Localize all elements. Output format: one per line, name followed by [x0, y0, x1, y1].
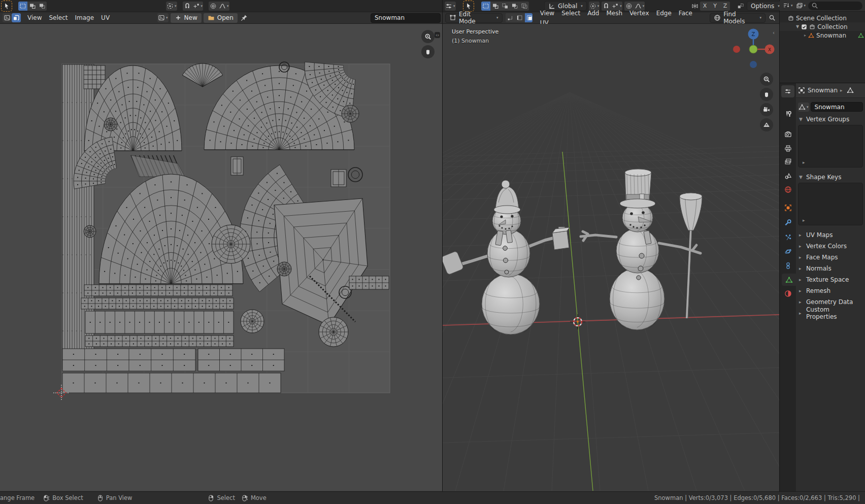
gizmo-x-neg-axis[interactable] — [733, 46, 740, 53]
mirror-axis-y-button[interactable]: Y — [710, 2, 720, 11]
section-remesh[interactable]: ▸Remesh — [796, 285, 865, 296]
viewport-menu-face[interactable]: Face — [675, 8, 696, 18]
uv-menu-select[interactable]: Select — [45, 13, 71, 23]
viewport-menu-view[interactable]: View — [537, 8, 558, 18]
uv-menu-image[interactable]: Image — [72, 13, 98, 23]
tab-particles[interactable] — [781, 231, 794, 243]
find-models-dropdown[interactable]: Find Models▾ — [710, 13, 766, 23]
tab-view-layer[interactable] — [781, 155, 794, 167]
browse-mesh-data-button[interactable]: ▾ — [798, 103, 809, 112]
viewport-pan-gizmo[interactable] — [760, 88, 773, 101]
options-dropdown[interactable]: Options▾ — [747, 1, 784, 11]
tab-output[interactable] — [781, 142, 794, 154]
pin-image-button[interactable] — [240, 13, 249, 22]
status-bar: ange FrameBox SelectPan ViewSelectMove S… — [0, 491, 865, 504]
select-new-button[interactable] — [491, 2, 500, 11]
snap-mirror-button[interactable] — [736, 2, 745, 11]
face-select-mode-button[interactable] — [525, 13, 533, 22]
vertex-groups-list[interactable]: ▸ — [798, 125, 863, 167]
select-box-button[interactable] — [481, 2, 490, 11]
list-expand-icon[interactable]: ▸ — [803, 160, 805, 165]
viewport-menu-edge[interactable]: Edge — [653, 8, 675, 18]
open-image-button[interactable]: Open — [204, 13, 238, 23]
section-custom-properties[interactable]: ▸Custom Properties — [796, 308, 865, 319]
section-vertex-groups[interactable]: ▼Vertex Groups — [796, 114, 865, 125]
uv-proportional-falloff-button[interactable]: ▾ — [218, 2, 229, 11]
tab-scene[interactable] — [781, 170, 794, 182]
viewport-menu-add[interactable]: Add — [584, 8, 603, 18]
outliner-collapse-arrow[interactable]: ‹ — [773, 30, 775, 36]
section-normals[interactable]: ▸Normals — [796, 263, 865, 274]
new-image-button[interactable]: New — [171, 13, 202, 23]
viewport-active-tool-tweak-button[interactable] — [464, 2, 473, 11]
uv-select-extend-button[interactable] — [28, 2, 37, 11]
tab-object[interactable] — [781, 201, 794, 214]
viewport-canvas-area[interactable]: User Perspective (1) Snowman ZX ‹ — [443, 24, 779, 491]
mesh-name-field[interactable]: Snowman — [811, 102, 863, 112]
uv-zoom-gizmo[interactable] — [421, 30, 435, 43]
disclosure-triangle-icon[interactable]: ▼ — [796, 24, 799, 29]
viewport-menu-mesh[interactable]: Mesh — [603, 8, 626, 18]
outliner-row-scene-collection[interactable]: Scene Collection — [780, 14, 865, 22]
viewport-camera-gizmo[interactable] — [760, 103, 773, 116]
tab-material[interactable] — [781, 287, 794, 299]
gizmo-z-neg-axis[interactable] — [750, 61, 757, 68]
shape-keys-list[interactable]: ▸ — [798, 183, 863, 225]
section-shape-keys[interactable]: ▼Shape Keys — [796, 172, 865, 183]
find-models-search-button[interactable] — [768, 13, 777, 22]
uv-proportional-editing-button[interactable] — [209, 2, 218, 11]
image-editor-type-button[interactable] — [3, 13, 12, 22]
breadcrumb-object-name[interactable]: Snowman — [808, 87, 838, 94]
outliner-search-input[interactable] — [808, 2, 862, 10]
uv-canvas-area[interactable]: ‹› — [0, 24, 442, 491]
keymap-hint-move: Move — [242, 494, 267, 502]
mode-dropdown[interactable]: Edit Mode▾ — [445, 13, 503, 23]
properties-editor-type-button[interactable] — [781, 85, 794, 97]
outliner-row-collection[interactable]: ▼Collection — [780, 22, 865, 31]
outliner-filter-button[interactable]: ▾ — [782, 1, 793, 10]
collection-checkbox[interactable] — [801, 24, 807, 30]
image-name-field[interactable]: Snowman — [371, 13, 441, 23]
area-resize-handle[interactable]: ‹› — [435, 32, 440, 38]
uv-snap-magnet-button[interactable] — [183, 2, 192, 11]
outliner-row-snowman[interactable]: ▸Snowman — [780, 31, 865, 40]
active-tool-settings-button[interactable]: ▾ — [445, 2, 456, 11]
uv-pivot-point-button[interactable]: ▾ — [166, 2, 177, 11]
uv-active-tool-tweak-button[interactable] — [2, 2, 11, 11]
viewport-perspective-gizmo[interactable] — [760, 118, 773, 131]
navigation-axis-gizmo[interactable]: ZX — [731, 25, 777, 73]
gizmo-y-axis[interactable] — [749, 45, 757, 53]
object-breadcrumb-icon — [798, 87, 805, 94]
viewport-zoom-gizmo[interactable] — [760, 73, 773, 86]
select-intersect-button[interactable] — [520, 2, 529, 11]
tab-render[interactable] — [781, 128, 794, 140]
uv-select-box-button[interactable] — [18, 2, 27, 11]
section-texture-space[interactable]: ▸Texture Space — [796, 274, 865, 285]
select-add-button[interactable] — [501, 2, 510, 11]
vertex-select-mode-button[interactable] — [506, 13, 515, 22]
tab-modifiers[interactable] — [781, 216, 794, 228]
section-uv-maps[interactable]: ▸UV Maps — [796, 229, 865, 241]
outliner-display-mode-button[interactable]: ▾ — [795, 1, 807, 10]
tab-constraints[interactable] — [781, 259, 794, 272]
uv-snap-target-button[interactable]: ▾ — [192, 2, 204, 11]
section-face-maps[interactable]: ▸Face Maps — [796, 252, 865, 263]
uv-menu-view[interactable]: View — [24, 13, 45, 23]
uv-pan-gizmo[interactable] — [421, 45, 435, 58]
browse-image-button[interactable]: ▾ — [157, 13, 169, 22]
tab-object-data[interactable] — [782, 274, 796, 286]
tab-tool[interactable] — [781, 108, 794, 120]
mirror-axis-z-button[interactable]: Z — [720, 2, 730, 11]
list-expand-icon[interactable]: ▸ — [803, 218, 805, 223]
uv-select-subtract-button[interactable] — [38, 2, 47, 11]
tab-physics[interactable] — [781, 245, 794, 257]
select-subtract-button[interactable] — [510, 2, 519, 11]
hand-icon — [763, 91, 770, 98]
uv-menu-uv[interactable]: UV — [97, 13, 113, 23]
section-vertex-colors[interactable]: ▸Vertex Colors — [796, 241, 865, 252]
viewport-menu-select[interactable]: Select — [558, 8, 584, 18]
edge-select-mode-button[interactable] — [515, 13, 524, 22]
tab-world[interactable] — [781, 183, 794, 195]
uv-editor-type-button[interactable] — [12, 13, 21, 22]
viewport-menu-vertex[interactable]: Vertex — [626, 8, 653, 18]
